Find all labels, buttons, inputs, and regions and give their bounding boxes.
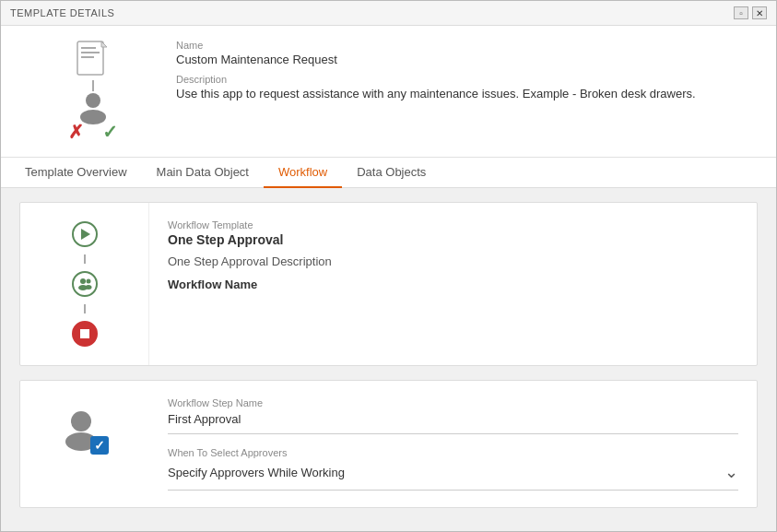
approver-select-dropdown[interactable]: Specify Approvers While Working ⌄	[168, 462, 738, 491]
step-card-icon-area: ✓	[20, 381, 149, 485]
svg-text:✓: ✓	[94, 438, 105, 453]
svg-rect-1	[81, 47, 96, 49]
svg-point-10	[85, 285, 91, 290]
minimize-button[interactable]: ▫	[734, 6, 748, 19]
approver-select-value: Specify Approvers While Working	[168, 466, 345, 479]
stop-step-icon	[72, 321, 98, 347]
workflow-step-card: ✓ Workflow Step Name First Approval When…	[19, 380, 758, 508]
tab-data-objects[interactable]: Data Objects	[342, 158, 441, 188]
play-triangle	[81, 229, 90, 240]
person-avatar-icon	[73, 91, 113, 124]
svg-point-9	[86, 279, 90, 284]
step-name-label: Workflow Step Name	[168, 397, 738, 408]
approval-icons: ✗ ✓	[68, 121, 118, 143]
people-step-icon	[72, 271, 98, 297]
svg-rect-2	[81, 52, 100, 53]
when-select-label: When To Select Approvers	[168, 447, 738, 458]
svg-rect-3	[81, 56, 94, 58]
connector-down	[92, 80, 94, 91]
tab-template-overview[interactable]: Template Overview	[10, 158, 142, 188]
step-name-value: First Approval	[168, 412, 738, 434]
name-label: Name	[176, 40, 758, 51]
header-info: Name Custom Maintenance Request Descript…	[167, 40, 758, 143]
tab-workflow[interactable]: Workflow	[264, 158, 342, 188]
main-window: TEMPLATE DETAILS ▫ ✕	[0, 0, 777, 532]
svg-point-7	[80, 278, 86, 284]
window-title: TEMPLATE DETAILS	[10, 7, 114, 18]
header-icon-area: ✗ ✓	[19, 40, 167, 143]
header-section: ✗ ✓ Name Custom Maintenance Request Desc…	[1, 26, 776, 158]
workflow-name-label: Workflow Name	[168, 278, 738, 291]
workflow-card-info: Workflow Template One Step Approval One …	[149, 203, 757, 365]
document-icon	[76, 40, 111, 80]
app-icon: ✗ ✓	[68, 40, 118, 143]
approve-icon: ✓	[102, 121, 118, 143]
workflow-template-icon-area	[20, 203, 149, 365]
wf-connector-1	[84, 254, 86, 264]
content-area: Workflow Template One Step Approval One …	[1, 188, 776, 531]
chevron-down-icon: ⌄	[724, 462, 738, 482]
step-card-info: Workflow Step Name First Approval When T…	[149, 381, 757, 507]
reject-icon: ✗	[68, 121, 84, 143]
description-value: Use this app to request assistance with …	[176, 87, 758, 100]
approver-avatar-svg: ✓	[61, 408, 109, 455]
play-step-icon	[72, 221, 98, 247]
wf-connector-2	[84, 304, 86, 313]
svg-point-11	[71, 411, 91, 432]
workflow-template-label: Workflow Template	[168, 219, 738, 231]
tab-bar: Template Overview Main Data Object Workf…	[1, 158, 776, 188]
workflow-template-card: Workflow Template One Step Approval One …	[19, 202, 758, 366]
tab-main-data-object[interactable]: Main Data Object	[142, 158, 264, 188]
workflow-template-desc: One Step Approval Description	[168, 254, 738, 268]
people-icon-svg	[77, 278, 92, 290]
approver-avatar: ✓	[61, 408, 109, 457]
window-controls: ▫ ✕	[734, 6, 767, 19]
name-value: Custom Maintenance Request	[176, 53, 758, 66]
svg-point-5	[86, 93, 100, 108]
svg-marker-4	[101, 41, 107, 47]
stop-square	[80, 329, 89, 338]
description-label: Description	[176, 74, 758, 85]
close-button[interactable]: ✕	[752, 6, 767, 19]
title-bar: TEMPLATE DETAILS ▫ ✕	[1, 1, 776, 26]
workflow-template-name: One Step Approval	[168, 232, 738, 247]
